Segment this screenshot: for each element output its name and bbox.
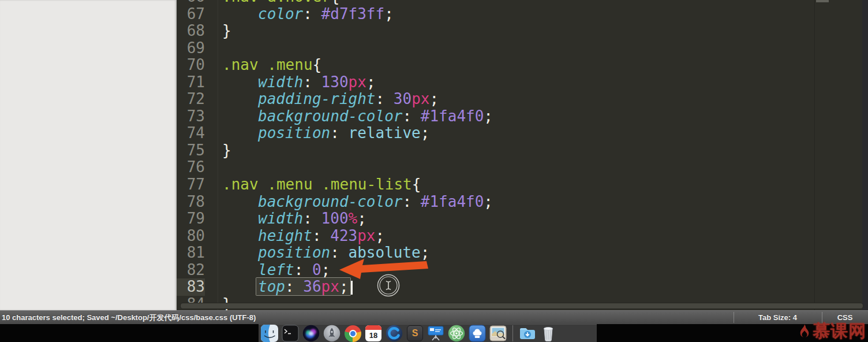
dock-icon-finder[interactable] [261,325,278,342]
line-text: position: relative; [222,125,429,142]
code-line[interactable]: 74position: relative; [177,125,868,142]
horizontal-scrollbar[interactable] [180,303,863,309]
dock-icon-keynote[interactable] [427,325,444,342]
line-number[interactable]: 67 [177,6,205,23]
code-token: ; [321,261,331,278]
line-text: .nav .menu{ [222,57,321,74]
dock-icon-trash[interactable] [540,325,557,342]
line-text: background-color: #1fa4f0; [222,194,493,211]
line-number[interactable]: 71 [177,74,205,91]
code-token: : [303,5,321,23]
line-number[interactable]: 83 [177,278,205,296]
line-number[interactable]: 73 [177,108,205,125]
code-token: position [258,124,330,142]
code-line[interactable]: 72padding-right: 30px; [177,91,868,108]
line-text: left: 0; [222,262,330,279]
dock-icon-chrome[interactable] [344,325,361,342]
line-number[interactable]: 82 [177,262,205,279]
dock-icon-siri[interactable] [302,325,320,342]
dock-icon-downloads[interactable] [519,325,536,342]
line-text: top: 36px; [222,278,353,296]
line-number[interactable]: 69 [177,40,205,57]
line-number[interactable]: 70 [177,57,205,74]
code-line[interactable]: 83top: 36px; [177,278,868,296]
code-token: 0 [312,261,321,278]
status-bar: 10 characters selected; Saved ~/Desktop/… [0,310,868,324]
code-line[interactable]: 71width: 130px; [177,74,868,91]
dock-icon-terminal[interactable] [282,325,299,342]
watermark: 慕课网 [798,321,866,342]
code-token: relative [349,124,421,142]
code-line[interactable]: 79width: 100%; [177,210,868,228]
status-message: 10 characters selected; Saved ~/Desktop/… [2,311,256,324]
dock-icon-preview[interactable] [489,325,507,342]
code-token: 100 [321,210,349,227]
code-token: : [402,107,420,125]
dock-divider [512,325,513,341]
code-editor[interactable]: 66.nav a:hover{67color: #d7f3ff;68}6970.… [177,0,868,310]
code-line[interactable]: 73background-color: #1fa4f0; [177,108,868,125]
line-text: .nav .menu .menu-list{ [222,176,421,194]
code-line[interactable]: 76 [177,159,868,176]
code-token: padding-right [258,90,376,107]
code-token: ; [357,210,366,227]
code-token: 130 [321,73,349,91]
line-number[interactable]: 68 [177,23,205,40]
code-token: : [312,227,330,244]
code-line[interactable]: 82left: 0; [177,262,868,279]
code-token: position [258,244,330,261]
code-line[interactable]: 78background-color: #1fa4f0; [177,194,868,211]
code-token: height [258,227,312,244]
dock-icon-atom[interactable] [448,325,465,342]
code-token: ; [366,73,376,91]
line-number[interactable]: 79 [177,210,205,228]
line-text: background-color: #1fa4f0; [222,108,493,125]
code-line[interactable]: 77.nav .menu .menu-list{ [177,176,868,194]
code-token: ; [376,227,385,244]
line-number[interactable]: 76 [177,159,205,176]
dock-icon-browser[interactable] [386,325,403,342]
code-token: left [258,261,294,278]
dock-icon-chef[interactable] [469,325,486,342]
code-token: } [222,142,231,159]
text-caret [351,281,353,295]
line-number[interactable]: 78 [177,194,205,211]
dock-icon-calendar[interactable]: 18 [365,325,382,342]
code-line[interactable]: 69 [177,40,868,57]
line-number[interactable]: 77 [177,176,205,194]
line-text: position: absolute; [222,244,429,262]
code-line[interactable]: 80height: 423px; [177,228,868,245]
code-token: absolute [349,244,421,261]
code-token: : [303,73,321,91]
code-token: ; [484,107,493,125]
code-token: .nav .menu .menu-list [222,176,412,193]
code-line[interactable]: 81position: absolute; [177,244,868,262]
code-token: : [330,124,348,142]
minimap-code-preview [816,0,829,2]
line-number[interactable]: 75 [177,142,205,159]
code-line[interactable]: 70.nav .menu{ [177,57,868,74]
line-number[interactable]: 74 [177,125,205,142]
code-token: background-color [258,193,402,210]
code-token: #d7f3ff [321,5,385,23]
dock-icon-sublime[interactable]: S [406,325,424,342]
code-token: % [349,210,358,227]
dock-icon-launchpad[interactable] [323,325,341,342]
code-token: : [376,90,394,107]
code-line[interactable]: 75} [177,142,868,159]
vertical-scrollbar[interactable] [862,0,868,310]
code-token: { [412,176,421,193]
line-text: padding-right: 30px; [222,91,439,108]
line-number[interactable]: 81 [177,244,205,262]
code-line[interactable]: 68} [177,23,868,40]
dock-band: 18S [0,324,868,342]
line-text: } [222,142,231,159]
line-number[interactable]: 72 [177,91,205,108]
code-line[interactable]: 67color: #d7f3ff; [177,6,868,23]
line-number[interactable]: 80 [177,228,205,245]
minimap[interactable] [814,0,868,310]
code-token: ; [429,90,439,107]
line-text: } [222,23,231,40]
code-token: } [222,22,231,39]
code-token: top [258,278,285,295]
